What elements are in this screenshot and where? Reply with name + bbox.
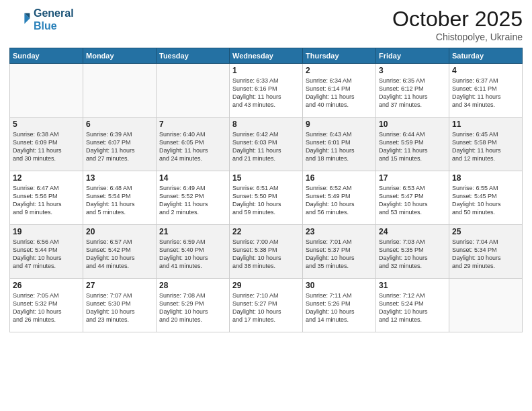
day-cell: 31Sunrise: 7:12 AM Sunset: 5:24 PM Dayli… bbox=[376, 279, 449, 332]
day-cell: 28Sunrise: 7:08 AM Sunset: 5:29 PM Dayli… bbox=[157, 279, 230, 332]
day-number: 7 bbox=[159, 120, 226, 129]
day-number: 26 bbox=[13, 281, 80, 290]
day-cell: 21Sunrise: 6:59 AM Sunset: 5:40 PM Dayli… bbox=[157, 225, 230, 279]
day-info: Sunrise: 6:55 AM Sunset: 5:45 PM Dayligh… bbox=[452, 184, 519, 217]
day-number: 9 bbox=[306, 120, 373, 129]
logo-general: General bbox=[34, 7, 74, 19]
day-info: Sunrise: 6:35 AM Sunset: 6:12 PM Dayligh… bbox=[379, 77, 446, 109]
day-cell: 4Sunrise: 6:37 AM Sunset: 6:11 PM Daylig… bbox=[449, 64, 523, 118]
weekday-header-wednesday: Wednesday bbox=[230, 48, 303, 64]
day-number: 24 bbox=[379, 227, 446, 236]
day-info: Sunrise: 7:10 AM Sunset: 5:27 PM Dayligh… bbox=[232, 291, 300, 324]
day-number: 22 bbox=[232, 227, 300, 236]
day-info: Sunrise: 6:42 AM Sunset: 6:03 PM Dayligh… bbox=[232, 130, 300, 163]
day-info: Sunrise: 6:38 AM Sunset: 6:09 PM Dayligh… bbox=[13, 130, 80, 163]
day-info: Sunrise: 7:04 AM Sunset: 5:34 PM Dayligh… bbox=[452, 238, 519, 271]
day-info: Sunrise: 7:05 AM Sunset: 5:32 PM Dayligh… bbox=[13, 291, 80, 324]
day-number: 16 bbox=[306, 173, 373, 183]
day-cell: 7Sunrise: 6:40 AM Sunset: 6:05 PM Daylig… bbox=[157, 118, 230, 171]
day-info: Sunrise: 7:01 AM Sunset: 5:37 PM Dayligh… bbox=[306, 238, 373, 271]
day-number: 27 bbox=[86, 281, 153, 290]
day-cell: 9Sunrise: 6:43 AM Sunset: 6:01 PM Daylig… bbox=[303, 118, 376, 171]
day-number: 6 bbox=[86, 120, 153, 129]
day-cell: 18Sunrise: 6:55 AM Sunset: 5:45 PM Dayli… bbox=[449, 171, 523, 225]
day-cell: 13Sunrise: 6:48 AM Sunset: 5:54 PM Dayli… bbox=[83, 171, 157, 225]
day-number: 30 bbox=[306, 281, 373, 290]
day-number: 15 bbox=[232, 173, 300, 183]
day-cell: 27Sunrise: 7:07 AM Sunset: 5:30 PM Dayli… bbox=[83, 279, 157, 332]
week-row-2: 5Sunrise: 6:38 AM Sunset: 6:09 PM Daylig… bbox=[10, 118, 523, 171]
day-number: 4 bbox=[452, 66, 519, 75]
day-info: Sunrise: 6:57 AM Sunset: 5:42 PM Dayligh… bbox=[86, 238, 153, 271]
day-number: 29 bbox=[232, 281, 300, 290]
day-cell: 14Sunrise: 6:49 AM Sunset: 5:52 PM Dayli… bbox=[157, 171, 230, 225]
weekday-header-friday: Friday bbox=[376, 48, 449, 64]
day-number: 1 bbox=[232, 66, 300, 75]
day-info: Sunrise: 6:44 AM Sunset: 5:59 PM Dayligh… bbox=[379, 130, 446, 163]
weekday-header-thursday: Thursday bbox=[303, 48, 376, 64]
day-number: 14 bbox=[159, 173, 226, 183]
day-cell bbox=[449, 279, 523, 332]
day-cell: 8Sunrise: 6:42 AM Sunset: 6:03 PM Daylig… bbox=[230, 118, 303, 171]
page-header: General Blue October 2025 Chistopolye, U… bbox=[9, 7, 523, 42]
day-cell: 12Sunrise: 6:47 AM Sunset: 5:56 PM Dayli… bbox=[10, 171, 83, 225]
day-cell: 10Sunrise: 6:44 AM Sunset: 5:59 PM Dayli… bbox=[376, 118, 449, 171]
day-cell: 19Sunrise: 6:56 AM Sunset: 5:44 PM Dayli… bbox=[10, 225, 83, 279]
day-number: 13 bbox=[86, 173, 153, 183]
day-cell: 17Sunrise: 6:53 AM Sunset: 5:47 PM Dayli… bbox=[376, 171, 449, 225]
day-cell: 1Sunrise: 6:33 AM Sunset: 6:16 PM Daylig… bbox=[230, 64, 303, 118]
day-info: Sunrise: 7:00 AM Sunset: 5:38 PM Dayligh… bbox=[232, 238, 300, 271]
day-number: 10 bbox=[379, 120, 446, 129]
day-number: 18 bbox=[452, 173, 519, 183]
day-cell: 24Sunrise: 7:03 AM Sunset: 5:35 PM Dayli… bbox=[376, 225, 449, 279]
day-number: 25 bbox=[452, 227, 519, 236]
day-info: Sunrise: 6:51 AM Sunset: 5:50 PM Dayligh… bbox=[232, 184, 300, 217]
week-row-4: 19Sunrise: 6:56 AM Sunset: 5:44 PM Dayli… bbox=[10, 225, 523, 279]
week-row-5: 26Sunrise: 7:05 AM Sunset: 5:32 PM Dayli… bbox=[10, 279, 523, 332]
day-cell: 16Sunrise: 6:52 AM Sunset: 5:49 PM Dayli… bbox=[303, 171, 376, 225]
day-cell: 22Sunrise: 7:00 AM Sunset: 5:38 PM Dayli… bbox=[230, 225, 303, 279]
day-info: Sunrise: 7:12 AM Sunset: 5:24 PM Dayligh… bbox=[379, 291, 446, 324]
day-info: Sunrise: 6:52 AM Sunset: 5:49 PM Dayligh… bbox=[306, 184, 373, 217]
day-info: Sunrise: 7:11 AM Sunset: 5:26 PM Dayligh… bbox=[306, 291, 373, 324]
logo-blue: Blue bbox=[34, 19, 74, 32]
day-info: Sunrise: 6:34 AM Sunset: 6:14 PM Dayligh… bbox=[306, 77, 373, 109]
day-number: 28 bbox=[159, 281, 226, 290]
week-row-1: 1Sunrise: 6:33 AM Sunset: 6:16 PM Daylig… bbox=[10, 64, 523, 118]
weekday-header-sunday: Sunday bbox=[10, 48, 83, 64]
day-info: Sunrise: 6:53 AM Sunset: 5:47 PM Dayligh… bbox=[379, 184, 446, 217]
day-number: 17 bbox=[379, 173, 446, 183]
day-number: 2 bbox=[306, 66, 373, 75]
day-info: Sunrise: 6:59 AM Sunset: 5:40 PM Dayligh… bbox=[159, 238, 226, 271]
logo: General Blue bbox=[9, 7, 74, 32]
day-info: Sunrise: 6:49 AM Sunset: 5:52 PM Dayligh… bbox=[159, 184, 226, 217]
day-info: Sunrise: 7:03 AM Sunset: 5:35 PM Dayligh… bbox=[379, 238, 446, 271]
day-cell bbox=[10, 64, 83, 118]
weekday-header-monday: Monday bbox=[83, 48, 157, 64]
day-number: 8 bbox=[232, 120, 300, 129]
day-number: 21 bbox=[159, 227, 226, 236]
day-cell: 30Sunrise: 7:11 AM Sunset: 5:26 PM Dayli… bbox=[303, 279, 376, 332]
day-number: 31 bbox=[379, 281, 446, 290]
day-cell bbox=[157, 64, 230, 118]
day-info: Sunrise: 6:39 AM Sunset: 6:07 PM Dayligh… bbox=[86, 130, 153, 163]
day-number: 5 bbox=[13, 120, 80, 129]
day-cell bbox=[83, 64, 157, 118]
weekday-header-row: SundayMondayTuesdayWednesdayThursdayFrid… bbox=[10, 48, 523, 64]
title-block: October 2025 Chistopolye, Ukraine bbox=[392, 7, 523, 42]
day-cell: 5Sunrise: 6:38 AM Sunset: 6:09 PM Daylig… bbox=[10, 118, 83, 171]
weekday-header-saturday: Saturday bbox=[449, 48, 523, 64]
day-cell: 20Sunrise: 6:57 AM Sunset: 5:42 PM Dayli… bbox=[83, 225, 157, 279]
calendar-table: SundayMondayTuesdayWednesdayThursdayFrid… bbox=[9, 48, 523, 332]
day-info: Sunrise: 6:48 AM Sunset: 5:54 PM Dayligh… bbox=[86, 184, 153, 217]
day-info: Sunrise: 6:47 AM Sunset: 5:56 PM Dayligh… bbox=[13, 184, 80, 217]
day-cell: 25Sunrise: 7:04 AM Sunset: 5:34 PM Dayli… bbox=[449, 225, 523, 279]
day-number: 19 bbox=[13, 227, 80, 236]
week-row-3: 12Sunrise: 6:47 AM Sunset: 5:56 PM Dayli… bbox=[10, 171, 523, 225]
day-info: Sunrise: 6:40 AM Sunset: 6:05 PM Dayligh… bbox=[159, 130, 226, 163]
day-cell: 29Sunrise: 7:10 AM Sunset: 5:27 PM Dayli… bbox=[230, 279, 303, 332]
day-info: Sunrise: 6:37 AM Sunset: 6:11 PM Dayligh… bbox=[452, 77, 519, 109]
day-cell: 23Sunrise: 7:01 AM Sunset: 5:37 PM Dayli… bbox=[303, 225, 376, 279]
day-cell: 26Sunrise: 7:05 AM Sunset: 5:32 PM Dayli… bbox=[10, 279, 83, 332]
day-cell: 3Sunrise: 6:35 AM Sunset: 6:12 PM Daylig… bbox=[376, 64, 449, 118]
